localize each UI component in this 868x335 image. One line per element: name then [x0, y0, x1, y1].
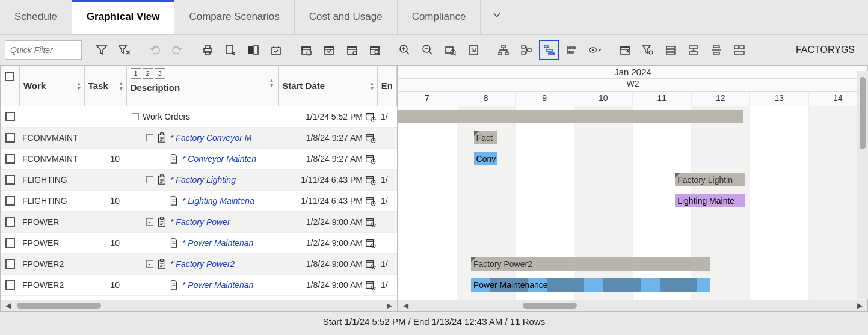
tab-compliance[interactable]: Compliance — [398, 0, 481, 34]
gantt-bar[interactable]: Factory Power2 — [471, 257, 710, 271]
timeline-month: Jan 2024 — [398, 66, 867, 79]
goto-icon[interactable] — [463, 40, 484, 60]
clear-filter-icon[interactable] — [114, 40, 135, 60]
svg-rect-47 — [740, 46, 744, 49]
cell-start-date: 1/2/24 9:00 AM — [279, 238, 378, 248]
scroll-right-icon[interactable]: ▶ — [387, 301, 392, 310]
grid-hscroll[interactable]: ◀ ▶ — [1, 300, 397, 311]
undo-icon[interactable] — [144, 40, 165, 60]
tab-graphical-view[interactable]: Graphical View — [72, 0, 175, 34]
row-checkbox[interactable] — [5, 133, 15, 143]
calendar-check-icon[interactable] — [342, 40, 362, 60]
gantt-bar[interactable]: Factory Lightin — [675, 173, 745, 186]
print-icon[interactable] — [197, 40, 218, 60]
table-row[interactable]: -Work Orders1/1/24 5:52 PM1/ — [1, 106, 397, 128]
expand-toggle[interactable]: - — [146, 134, 153, 141]
svg-rect-49 — [366, 114, 374, 120]
row-checkbox[interactable] — [5, 280, 15, 290]
level-3-button[interactable]: 3 — [155, 68, 165, 79]
layout-icon[interactable] — [729, 40, 749, 60]
cell-task: 10 — [85, 238, 127, 248]
col-header-work[interactable]: Work▲▼ — [20, 66, 85, 106]
gantt-scroll-left-icon[interactable]: ◀ — [403, 301, 408, 310]
row-checkbox[interactable] — [5, 196, 15, 206]
expand-toggle[interactable]: - — [146, 218, 153, 226]
status-text: Start 1/1/24 5:52 PM / End 1/13/24 12:43… — [323, 316, 545, 327]
col-header-start-date[interactable]: Start Date▲▼ — [279, 66, 378, 106]
svg-rect-27 — [522, 52, 525, 54]
col-header-end-date[interactable]: En — [378, 66, 397, 106]
zoom-fit-icon[interactable] — [440, 40, 461, 60]
cell-description: -* Factory Power2 — [127, 259, 279, 269]
bars-align-icon[interactable] — [660, 40, 681, 60]
expand-toggle[interactable]: - — [146, 260, 153, 268]
row-checkbox[interactable] — [5, 217, 15, 227]
tab-compare-scenarios[interactable]: Compare Scenarios — [174, 0, 294, 34]
col-header-task[interactable]: Task▲▼ — [85, 66, 127, 106]
tab-overflow-dropdown[interactable] — [481, 0, 513, 34]
export-icon[interactable] — [220, 40, 241, 60]
zoom-out-icon[interactable] — [417, 40, 438, 60]
table-row[interactable]: FPOWER-* Factory Power1/2/24 9:00 AM — [1, 212, 397, 233]
svg-rect-31 — [549, 53, 554, 55]
row-checkbox[interactable] — [5, 154, 15, 164]
svg-rect-4 — [248, 46, 253, 54]
table-row[interactable]: FLIGHTING-* Factory Lighting1/11/24 6:43… — [1, 170, 397, 191]
gantt-bar[interactable]: Fact — [474, 131, 497, 144]
gantt-view-icon[interactable] — [539, 40, 559, 60]
row-checkbox[interactable] — [5, 238, 15, 248]
scroll-left-icon[interactable]: ◀ — [5, 301, 11, 310]
calendar-arrow-icon[interactable] — [615, 40, 635, 60]
table-row[interactable]: FCONVMAINT10* Conveyor Mainten1/8/24 9:2… — [1, 149, 397, 170]
split-view-icon[interactable] — [243, 40, 263, 60]
col-header-checkbox[interactable] — [1, 66, 20, 106]
cell-work: FCONVMAINT — [20, 133, 85, 143]
cell-start-date: 1/11/24 6:43 PM — [279, 195, 378, 206]
calendar-refresh-icon[interactable] — [296, 40, 316, 60]
gantt-bar[interactable]: Conv — [474, 152, 497, 165]
hierarchy-icon[interactable] — [493, 40, 514, 60]
gantt-scroll-right-icon[interactable]: ▶ — [857, 301, 863, 310]
row-checkbox[interactable] — [5, 112, 15, 121]
grid-header: Work▲▼ Task▲▼ 1 2 3 Description▲▼ Start … — [1, 66, 397, 106]
gantt-bar[interactable] — [398, 110, 743, 123]
redo-icon[interactable] — [167, 40, 188, 60]
bars-distribute-icon[interactable] — [706, 40, 727, 60]
calendar-lock-icon[interactable] — [319, 40, 339, 60]
org-label: FACTORYGS — [796, 45, 863, 55]
table-row[interactable]: FPOWER2-* Factory Power21/8/24 9:00 AM1/ — [1, 254, 397, 275]
zoom-in-icon[interactable] — [395, 40, 415, 60]
calendar-search-icon[interactable] — [365, 40, 385, 60]
filter-settings-icon[interactable] — [638, 40, 658, 60]
align-left-icon[interactable] — [562, 40, 582, 60]
commit-icon[interactable] — [266, 40, 286, 60]
vertical-scrollbar[interactable] — [857, 71, 868, 299]
row-checkbox[interactable] — [5, 259, 15, 269]
tab-schedule[interactable]: Schedule — [0, 0, 72, 34]
cell-end-date: 1/ — [378, 175, 397, 185]
gantt-hscroll[interactable]: ◀ ▶ — [398, 300, 867, 311]
tab-cost-usage[interactable]: Cost and Usage — [295, 0, 398, 34]
table-row[interactable]: FCONVMAINT-* Factory Conveyor M1/8/24 9:… — [1, 128, 397, 149]
filter-icon[interactable] — [91, 40, 112, 60]
resource-icon[interactable] — [516, 40, 537, 60]
cell-end-date: 1/ — [378, 280, 397, 290]
col-header-description[interactable]: 1 2 3 Description▲▼ — [127, 66, 279, 106]
gantt-bar[interactable]: Lighting Mainte — [675, 194, 745, 207]
eye-dropdown-icon[interactable] — [585, 40, 605, 60]
row-checkbox[interactable] — [5, 175, 15, 185]
level-2-button[interactable]: 2 — [143, 68, 153, 79]
quick-filter-input[interactable] — [5, 40, 82, 60]
cell-task: 10 — [85, 280, 127, 290]
table-row[interactable]: FPOWER10* Power Maintenan1/2/24 9:00 AM — [1, 233, 397, 254]
svg-rect-46 — [734, 46, 739, 49]
timeline-day: 10 — [574, 92, 633, 106]
expand-toggle[interactable]: - — [132, 113, 139, 120]
table-row[interactable]: FLIGHTING10* Lighting Maintena1/11/24 6:… — [1, 191, 397, 212]
table-row[interactable]: FPOWER210* Power Maintenan1/8/24 9:00 AM… — [1, 275, 397, 296]
bars-stack-icon[interactable] — [683, 40, 704, 60]
gantt-bar[interactable]: Power Maintenance — [471, 278, 710, 292]
expand-toggle[interactable]: - — [146, 176, 153, 183]
gantt-body[interactable]: FactConvFactory LightinLighting MainteFa… — [398, 106, 867, 300]
level-1-button[interactable]: 1 — [131, 68, 141, 79]
